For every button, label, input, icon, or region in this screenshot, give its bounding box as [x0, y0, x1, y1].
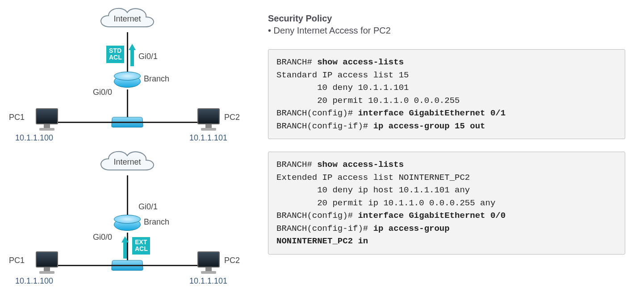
- link-line: [127, 175, 128, 218]
- link-line: [47, 122, 208, 123]
- prompt: BRANCH(config-if)#: [276, 224, 373, 234]
- pc2-ip: 10.1.1.101: [189, 133, 227, 143]
- output-line: 10 deny 10.1.1.101: [276, 83, 409, 93]
- pc2-label: PC2: [224, 256, 240, 265]
- cloud-label: Internet: [96, 14, 159, 24]
- pc-icon: [196, 108, 222, 131]
- terminal-ext-acl: BRANCH# show access-lists Extended IP ac…: [268, 152, 625, 255]
- text-column: Security Policy • Deny Internet Access f…: [268, 4, 625, 291]
- if-gi01-label: Gi0/1: [138, 202, 158, 212]
- acl-tag-line2: ACL: [109, 54, 122, 61]
- acl-tag-line1: STD: [109, 47, 121, 54]
- terminal-std-acl: BRANCH# show access-lists Standard IP ac…: [268, 49, 625, 139]
- prompt: BRANCH(config)#: [276, 108, 358, 118]
- topology-ext-acl: Internet Gi0/1 Branch Gi0/0 EXT ACL: [4, 148, 250, 291]
- router-icon: [114, 215, 141, 234]
- arrow-up-icon: [129, 44, 136, 66]
- link-line: [127, 89, 128, 118]
- pc1-ip: 10.1.1.100: [15, 276, 53, 286]
- prompt: BRANCH(config)#: [276, 211, 358, 221]
- pc-icon: [34, 251, 60, 274]
- pc1-ip: 10.1.1.100: [15, 133, 53, 143]
- pc-icon: [34, 108, 60, 131]
- if-gi01-label: Gi0/1: [138, 52, 158, 61]
- policy-bullet: • Deny Internet Access for PC2: [268, 25, 625, 36]
- topology-std-acl: Internet STD ACL Gi0/1 Branch Gi0/0: [4, 4, 250, 148]
- router-icon: [114, 72, 141, 91]
- link-line: [127, 32, 128, 75]
- output-line: 20 permit 10.1.1.0 0.0.0.255: [276, 96, 460, 106]
- prompt: BRANCH#: [276, 57, 317, 67]
- cmd: show access-lists: [317, 57, 404, 67]
- cmd: ip access-group: [373, 224, 450, 234]
- output-line: Standard IP access list 15: [276, 70, 409, 80]
- cmd: interface GigabitEthernet 0/1: [358, 108, 506, 118]
- output-line: 20 permit ip 10.1.1.0 0.0.0.255 any: [276, 198, 495, 208]
- router-label: Branch: [144, 74, 169, 84]
- acl-tag-line2: ACL: [135, 245, 148, 252]
- link-line: [47, 265, 208, 266]
- cmd: NONINTERNET_PC2 in: [276, 236, 368, 246]
- acl-tag-ext: EXT ACL: [132, 237, 150, 255]
- router-label: Branch: [144, 217, 169, 227]
- output-line: 10 deny ip host 10.1.1.101 any: [276, 185, 470, 195]
- pc-icon: [196, 251, 222, 274]
- prompt: BRANCH(config-if)#: [276, 121, 373, 131]
- acl-tag-line1: EXT: [135, 238, 147, 246]
- acl-tag-std: STD ACL: [106, 46, 124, 63]
- pc1-label: PC1: [9, 256, 25, 265]
- arrow-up-icon: [121, 236, 129, 259]
- prompt: BRANCH#: [276, 160, 317, 170]
- cmd: ip access-group 15 out: [373, 121, 485, 131]
- output-line: Extended IP access list NOINTERNET_PC2: [276, 173, 470, 183]
- topology-column: Internet STD ACL Gi0/1 Branch Gi0/0: [4, 4, 250, 291]
- cmd: interface GigabitEthernet 0/0: [358, 211, 506, 221]
- pc2-ip: 10.1.1.101: [189, 276, 227, 286]
- pc1-label: PC1: [9, 113, 25, 122]
- cmd: show access-lists: [317, 160, 404, 170]
- pc2-label: PC2: [224, 113, 240, 122]
- cloud-icon: Internet: [96, 148, 159, 176]
- cloud-icon: Internet: [96, 4, 159, 33]
- cloud-label: Internet: [96, 157, 159, 167]
- policy-heading: Security Policy: [268, 13, 625, 24]
- if-gi00-label: Gi0/0: [93, 88, 112, 97]
- if-gi00-label: Gi0/0: [93, 233, 112, 242]
